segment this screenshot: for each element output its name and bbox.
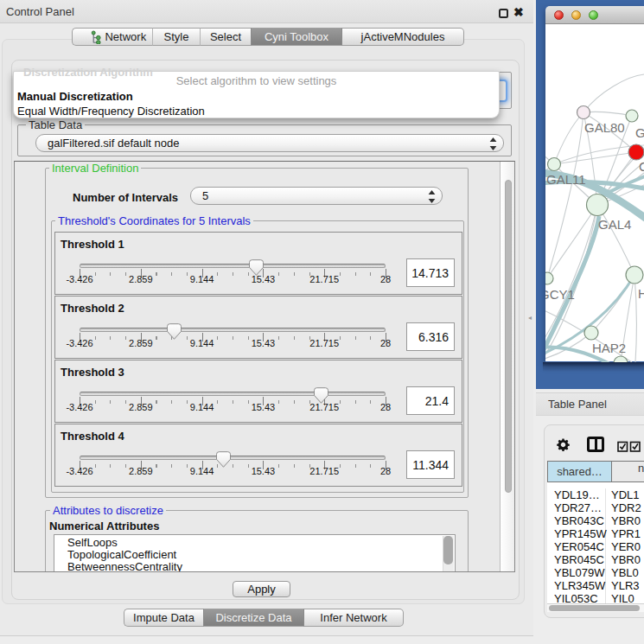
svg-text:GAL80: GAL80 (584, 120, 625, 135)
svg-text:GAL3: GAL3 (635, 125, 644, 140)
svg-text:GCY1: GCY1 (545, 287, 575, 302)
svg-text:C: C (639, 159, 644, 174)
svg-text:H: H (638, 286, 644, 301)
svg-text:GAL4: GAL4 (598, 217, 631, 232)
svg-text:GAL11: GAL11 (546, 172, 586, 187)
svg-text:HAP2: HAP2 (592, 341, 626, 355)
